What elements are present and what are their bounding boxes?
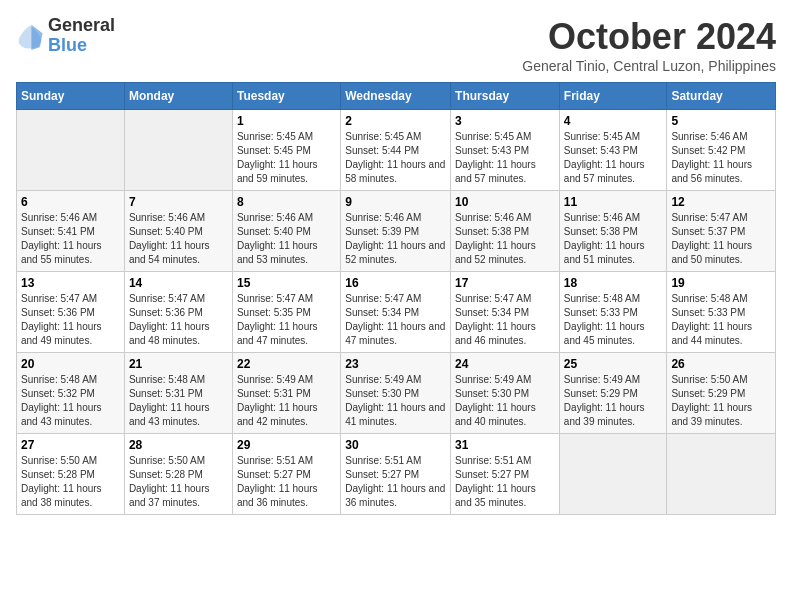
calendar-cell: 17Sunrise: 5:47 AM Sunset: 5:34 PM Dayli… [451,272,560,353]
calendar-cell: 21Sunrise: 5:48 AM Sunset: 5:31 PM Dayli… [124,353,232,434]
day-number: 4 [564,114,663,128]
logo-icon [16,22,44,50]
day-number: 14 [129,276,228,290]
day-content: Sunrise: 5:51 AM Sunset: 5:27 PM Dayligh… [237,454,336,510]
day-number: 28 [129,438,228,452]
header-cell-sunday: Sunday [17,83,125,110]
day-number: 10 [455,195,555,209]
calendar-cell: 1Sunrise: 5:45 AM Sunset: 5:45 PM Daylig… [232,110,340,191]
calendar-cell: 14Sunrise: 5:47 AM Sunset: 5:36 PM Dayli… [124,272,232,353]
week-row-1: 1Sunrise: 5:45 AM Sunset: 5:45 PM Daylig… [17,110,776,191]
calendar-cell: 23Sunrise: 5:49 AM Sunset: 5:30 PM Dayli… [341,353,451,434]
week-row-4: 20Sunrise: 5:48 AM Sunset: 5:32 PM Dayli… [17,353,776,434]
day-content: Sunrise: 5:49 AM Sunset: 5:31 PM Dayligh… [237,373,336,429]
day-content: Sunrise: 5:48 AM Sunset: 5:32 PM Dayligh… [21,373,120,429]
calendar-table: SundayMondayTuesdayWednesdayThursdayFrid… [16,82,776,515]
day-number: 22 [237,357,336,371]
day-content: Sunrise: 5:49 AM Sunset: 5:30 PM Dayligh… [345,373,446,429]
month-title: October 2024 [522,16,776,58]
day-number: 12 [671,195,771,209]
day-number: 30 [345,438,446,452]
day-number: 8 [237,195,336,209]
day-content: Sunrise: 5:47 AM Sunset: 5:34 PM Dayligh… [345,292,446,348]
day-content: Sunrise: 5:48 AM Sunset: 5:33 PM Dayligh… [671,292,771,348]
calendar-cell: 5Sunrise: 5:46 AM Sunset: 5:42 PM Daylig… [667,110,776,191]
header-cell-monday: Monday [124,83,232,110]
calendar-cell: 29Sunrise: 5:51 AM Sunset: 5:27 PM Dayli… [232,434,340,515]
day-number: 13 [21,276,120,290]
logo-general: General [48,16,115,36]
day-number: 9 [345,195,446,209]
calendar-cell: 28Sunrise: 5:50 AM Sunset: 5:28 PM Dayli… [124,434,232,515]
day-content: Sunrise: 5:46 AM Sunset: 5:38 PM Dayligh… [455,211,555,267]
day-content: Sunrise: 5:46 AM Sunset: 5:41 PM Dayligh… [21,211,120,267]
day-content: Sunrise: 5:50 AM Sunset: 5:29 PM Dayligh… [671,373,771,429]
day-number: 31 [455,438,555,452]
day-content: Sunrise: 5:50 AM Sunset: 5:28 PM Dayligh… [129,454,228,510]
calendar-cell: 22Sunrise: 5:49 AM Sunset: 5:31 PM Dayli… [232,353,340,434]
calendar-cell: 12Sunrise: 5:47 AM Sunset: 5:37 PM Dayli… [667,191,776,272]
day-number: 23 [345,357,446,371]
header-cell-saturday: Saturday [667,83,776,110]
day-number: 7 [129,195,228,209]
calendar-cell: 26Sunrise: 5:50 AM Sunset: 5:29 PM Dayli… [667,353,776,434]
calendar-cell: 16Sunrise: 5:47 AM Sunset: 5:34 PM Dayli… [341,272,451,353]
calendar-cell: 11Sunrise: 5:46 AM Sunset: 5:38 PM Dayli… [559,191,667,272]
header-row: SundayMondayTuesdayWednesdayThursdayFrid… [17,83,776,110]
day-content: Sunrise: 5:48 AM Sunset: 5:33 PM Dayligh… [564,292,663,348]
day-number: 3 [455,114,555,128]
title-area: October 2024 General Tinio, Central Luzo… [522,16,776,74]
day-number: 11 [564,195,663,209]
day-number: 17 [455,276,555,290]
logo-text: General Blue [48,16,115,56]
day-content: Sunrise: 5:49 AM Sunset: 5:30 PM Dayligh… [455,373,555,429]
calendar-cell: 7Sunrise: 5:46 AM Sunset: 5:40 PM Daylig… [124,191,232,272]
calendar-cell: 31Sunrise: 5:51 AM Sunset: 5:27 PM Dayli… [451,434,560,515]
location: General Tinio, Central Luzon, Philippine… [522,58,776,74]
calendar-cell: 27Sunrise: 5:50 AM Sunset: 5:28 PM Dayli… [17,434,125,515]
day-content: Sunrise: 5:47 AM Sunset: 5:35 PM Dayligh… [237,292,336,348]
day-content: Sunrise: 5:47 AM Sunset: 5:36 PM Dayligh… [21,292,120,348]
day-content: Sunrise: 5:46 AM Sunset: 5:40 PM Dayligh… [129,211,228,267]
day-content: Sunrise: 5:51 AM Sunset: 5:27 PM Dayligh… [345,454,446,510]
day-number: 21 [129,357,228,371]
day-number: 6 [21,195,120,209]
calendar-cell: 24Sunrise: 5:49 AM Sunset: 5:30 PM Dayli… [451,353,560,434]
header-cell-friday: Friday [559,83,667,110]
day-number: 2 [345,114,446,128]
day-content: Sunrise: 5:45 AM Sunset: 5:44 PM Dayligh… [345,130,446,186]
day-content: Sunrise: 5:45 AM Sunset: 5:43 PM Dayligh… [564,130,663,186]
day-number: 26 [671,357,771,371]
calendar-cell [667,434,776,515]
calendar-cell: 6Sunrise: 5:46 AM Sunset: 5:41 PM Daylig… [17,191,125,272]
calendar-cell: 2Sunrise: 5:45 AM Sunset: 5:44 PM Daylig… [341,110,451,191]
week-row-5: 27Sunrise: 5:50 AM Sunset: 5:28 PM Dayli… [17,434,776,515]
page-header: General Blue October 2024 General Tinio,… [16,16,776,74]
calendar-cell: 20Sunrise: 5:48 AM Sunset: 5:32 PM Dayli… [17,353,125,434]
week-row-3: 13Sunrise: 5:47 AM Sunset: 5:36 PM Dayli… [17,272,776,353]
day-number: 1 [237,114,336,128]
day-number: 25 [564,357,663,371]
day-content: Sunrise: 5:46 AM Sunset: 5:40 PM Dayligh… [237,211,336,267]
calendar-cell: 25Sunrise: 5:49 AM Sunset: 5:29 PM Dayli… [559,353,667,434]
day-number: 19 [671,276,771,290]
day-number: 20 [21,357,120,371]
calendar-cell: 30Sunrise: 5:51 AM Sunset: 5:27 PM Dayli… [341,434,451,515]
day-number: 5 [671,114,771,128]
calendar-cell: 19Sunrise: 5:48 AM Sunset: 5:33 PM Dayli… [667,272,776,353]
calendar-cell: 15Sunrise: 5:47 AM Sunset: 5:35 PM Dayli… [232,272,340,353]
header-cell-tuesday: Tuesday [232,83,340,110]
header-cell-wednesday: Wednesday [341,83,451,110]
calendar-body: 1Sunrise: 5:45 AM Sunset: 5:45 PM Daylig… [17,110,776,515]
day-content: Sunrise: 5:45 AM Sunset: 5:43 PM Dayligh… [455,130,555,186]
header-cell-thursday: Thursday [451,83,560,110]
day-content: Sunrise: 5:45 AM Sunset: 5:45 PM Dayligh… [237,130,336,186]
day-content: Sunrise: 5:51 AM Sunset: 5:27 PM Dayligh… [455,454,555,510]
day-content: Sunrise: 5:47 AM Sunset: 5:34 PM Dayligh… [455,292,555,348]
calendar-cell [124,110,232,191]
calendar-cell: 18Sunrise: 5:48 AM Sunset: 5:33 PM Dayli… [559,272,667,353]
day-number: 16 [345,276,446,290]
calendar-cell: 10Sunrise: 5:46 AM Sunset: 5:38 PM Dayli… [451,191,560,272]
day-number: 15 [237,276,336,290]
logo: General Blue [16,16,115,56]
